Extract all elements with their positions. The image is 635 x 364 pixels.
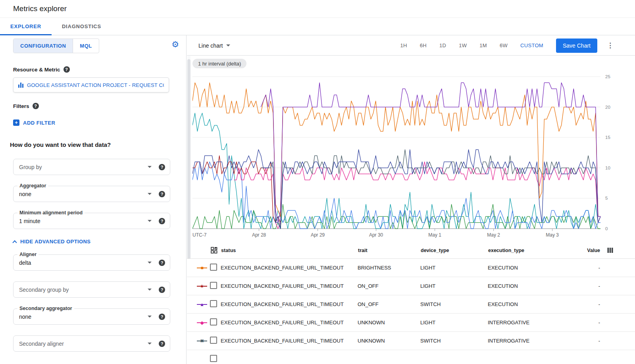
aggregator-select[interactable]: Aggregator none ? [13,186,170,202]
filters-label: Filters ? [13,103,39,109]
table-row: ◆ EXECUTION_BACKEND_FAILURE_URL_TIMEOUT … [187,314,635,332]
header-value: Value [575,248,635,253]
range-button-custom[interactable]: CUSTOM [520,42,543,48]
min-alignment-select[interactable]: Minimum alignment period 1 minute ? [13,213,170,229]
series-line-green [192,204,600,229]
svg-text:Apr 30: Apr 30 [369,232,383,238]
row-value: - [575,320,635,325]
legend-table-header: status trait device_type execution_type … [187,242,635,259]
page-title: Metrics explorer [13,4,67,13]
chevron-down-icon [148,343,152,345]
row-checkbox[interactable] [210,337,217,344]
mode-toggle: CONFIGURATION MQL [13,39,99,53]
svg-text:25: 25 [605,74,610,79]
range-button-1m[interactable]: 1M [479,42,487,48]
header-device-type: device_type [421,248,488,253]
help-icon[interactable]: ? [159,287,165,293]
timeseries-chart[interactable]: 0510152025Apr 28Apr 29Apr 30May 1May 2Ma… [192,73,614,240]
header-execution-type: execution_type [488,248,575,253]
help-icon[interactable]: ? [159,164,165,170]
svg-text:May 1: May 1 [428,232,441,238]
svg-text:UTC-7: UTC-7 [192,232,207,238]
range-button-6w[interactable]: 6W [500,42,508,48]
toggle-configuration[interactable]: CONFIGURATION [13,39,73,53]
range-button-1w[interactable]: 1W [459,42,467,48]
chevron-up-icon [12,240,17,245]
tab-bar: EXPLORER DIAGNOSTICS [0,18,635,35]
metric-chip-label: GOOGLE ASSISTANT ACTION PROJECT - REQUES… [27,82,164,88]
help-icon[interactable]: ? [33,103,39,109]
row-trait: UNKNOWN [358,338,420,344]
row-value: - [575,265,635,271]
series-marker: ◆ [197,320,207,325]
row-device-type: SWITCH [420,338,488,344]
series-line-purple [261,83,600,222]
svg-text:5: 5 [605,196,608,200]
help-icon[interactable]: ? [159,260,165,266]
configuration-panel: CONFIGURATION MQL ⚙ Resource & Metric ? … [0,35,187,364]
help-icon[interactable]: ? [159,218,165,224]
row-value: - [575,283,635,289]
row-device-type: LIGHT [420,265,488,271]
save-chart-button[interactable]: Save Chart [556,39,597,53]
header-status: status [221,248,358,253]
range-button-6h[interactable]: 6H [420,42,427,48]
row-execution-type: EXECUTION [488,283,575,289]
select-all-icon[interactable] [211,247,217,254]
row-status: EXECUTION_BACKEND_FAILURE_URL_TIMEOUT [221,283,358,289]
row-trait: ON_OFF [358,301,420,307]
table-row: ★ EXECUTION_BACKEND_FAILURE_URL_TIMEOUT … [187,277,635,295]
add-box-icon: + [13,119,19,126]
row-status: EXECUTION_BACKEND_FAILURE_URL_TIMEOUT [221,265,358,271]
range-buttons: 1H6H1D1W1M6W [400,42,508,48]
row-device-type: SWITCH [420,301,488,307]
bar-chart-icon [18,83,23,88]
hide-advanced-options-button[interactable]: HIDE ADVANCED OPTIONS [13,239,90,245]
columns-icon[interactable] [607,247,613,254]
row-trait: ON_OFF [358,283,420,289]
help-icon[interactable]: ? [159,341,165,347]
row-checkbox[interactable] [210,282,217,289]
series-marker: ▲ [197,302,207,307]
row-trait: UNKNOWN [358,320,420,325]
svg-text:Apr 28: Apr 28 [252,232,266,238]
add-filter-button[interactable]: + ADD FILTER [13,119,55,126]
secondary-aggregator-select[interactable]: Secondary aggregator none ? [13,308,170,325]
table-row: ▲ EXECUTION_BACKEND_FAILURE_URL_TIMEOUT … [187,295,635,314]
aligner-select[interactable]: Aligner delta ? [13,254,170,271]
help-icon[interactable]: ? [159,314,165,320]
series-marker: ■ [197,265,207,271]
row-trait: BRIGHTNESS [358,265,420,271]
svg-text:10: 10 [605,166,610,170]
row-checkbox[interactable] [210,264,217,271]
row-checkbox[interactable] [210,318,217,325]
chart-type-select[interactable]: Line chart [198,35,230,56]
series-line-pink [234,162,600,229]
view-data-question: How do you want to view that data? [10,141,111,148]
toggle-mql[interactable]: MQL [73,39,98,53]
row-checkbox[interactable] [210,355,217,362]
more-options-icon[interactable]: ⋮ [607,41,614,50]
range-button-1h[interactable]: 1H [400,42,407,48]
row-execution-type: EXECUTION [488,265,575,271]
tab-diagnostics[interactable]: DIAGNOSTICS [52,18,112,35]
help-icon[interactable]: ? [64,66,70,73]
secondary-aligner-select[interactable]: Secondary aligner ? [13,335,170,352]
series-marker: ✖ [197,338,207,344]
chart-toolbar: Line chart 1H6H1D1W1M6W CUSTOM Save Char… [187,35,635,56]
table-row: ✖ EXECUTION_BACKEND_FAILURE_URL_TIMEOUT … [187,332,635,350]
help-icon[interactable]: ? [159,191,165,197]
metric-selector-chip[interactable]: GOOGLE ASSISTANT ACTION PROJECT - REQUES… [13,77,169,92]
tab-explorer[interactable]: EXPLORER [0,18,52,35]
svg-text:0: 0 [605,226,608,231]
row-checkbox[interactable] [210,300,217,307]
secondary-group-by-select[interactable]: Secondary group by ? [13,281,170,298]
svg-text:Apr 29: Apr 29 [311,232,325,238]
svg-text:May 3: May 3 [546,232,559,238]
group-by-select[interactable]: Group by ? [13,159,170,175]
row-execution-type: INTERROGATIVE [488,320,575,325]
chevron-down-icon [148,220,152,222]
settings-gear-icon[interactable]: ⚙ [171,40,179,48]
range-button-1d[interactable]: 1D [439,42,446,48]
chevron-down-icon [148,262,152,264]
